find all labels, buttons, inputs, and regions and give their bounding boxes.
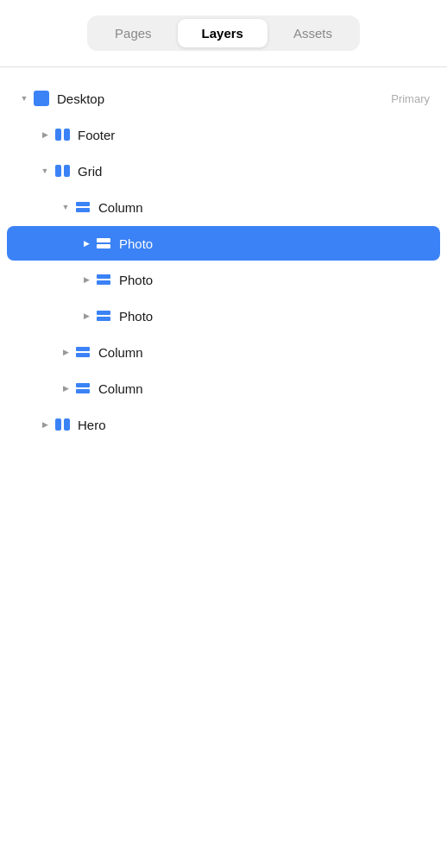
auto-layout-icon: [74, 380, 91, 397]
tab-assets[interactable]: Assets: [269, 19, 356, 47]
layer-name: Column: [98, 345, 430, 360]
layer-name: Photo: [119, 273, 430, 287]
chevron-right-icon: [38, 130, 52, 139]
auto-layout-icon: [74, 198, 91, 216]
auto-layout-icon: [95, 271, 112, 288]
layer-name: Column: [98, 381, 430, 396]
layer-name: Footer: [78, 128, 430, 142]
chevron-down-icon: [17, 94, 31, 103]
chevron-down-icon: [59, 203, 72, 211]
chevron-right-icon: [38, 420, 52, 429]
layer-row-column-2[interactable]: Column: [7, 335, 440, 369]
tab-layers[interactable]: Layers: [178, 19, 268, 47]
chevron-right-icon: [79, 239, 93, 248]
layer-name: Photo: [119, 309, 430, 324]
tab-group: Pages Layers Assets: [87, 16, 360, 51]
layer-row-footer[interactable]: Footer: [7, 117, 440, 152]
layer-row-photo-selected[interactable]: Photo: [7, 226, 440, 261]
layer-row-photo-3[interactable]: Photo: [7, 299, 440, 333]
layer-row-photo-2[interactable]: Photo: [7, 262, 440, 297]
chevron-right-icon: [59, 384, 72, 393]
tab-bar: Pages Layers Assets: [0, 0, 447, 51]
auto-layout-icon: [74, 343, 91, 361]
component-icon: [54, 126, 71, 143]
layer-name: Photo: [119, 236, 430, 251]
layer-badge: Primary: [391, 92, 430, 105]
layer-name: Desktop: [57, 91, 391, 106]
layer-tree: Desktop Primary Footer Grid: [0, 74, 447, 868]
layer-name: Grid: [78, 164, 430, 179]
layer-row-grid[interactable]: Grid: [7, 154, 440, 188]
layer-name: Column: [98, 200, 430, 215]
layer-row-hero[interactable]: Hero: [7, 407, 440, 442]
tab-pages[interactable]: Pages: [91, 19, 176, 47]
layer-name: Hero: [78, 418, 430, 432]
layer-row-column-3[interactable]: Column: [7, 371, 440, 406]
divider: [0, 66, 447, 67]
chevron-right-icon: [59, 348, 72, 356]
component-icon: [54, 162, 71, 179]
chevron-right-icon: [79, 275, 93, 284]
frame-icon: [33, 90, 50, 107]
component-icon: [54, 416, 71, 433]
layer-row-column-parent[interactable]: Column: [7, 190, 440, 224]
panel: Pages Layers Assets Desktop Primary: [0, 0, 447, 868]
chevron-right-icon: [79, 311, 93, 320]
layer-row-desktop[interactable]: Desktop Primary: [7, 81, 440, 116]
chevron-down-icon: [38, 167, 52, 175]
auto-layout-icon: [95, 307, 112, 324]
auto-layout-icon: [95, 235, 112, 252]
